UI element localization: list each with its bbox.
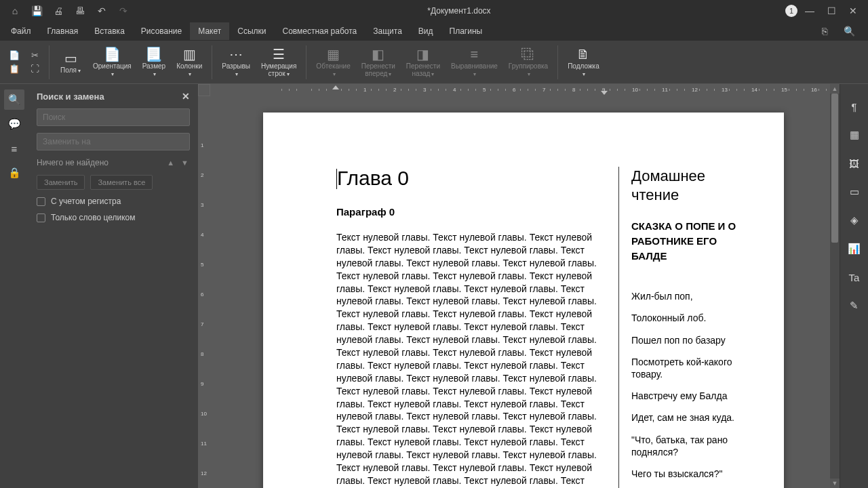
breaks-button[interactable]: ⋯Разрывы▾ [216,43,256,81]
size-icon: 📃 [145,46,162,62]
comments-rail-icon[interactable]: 💬 [4,114,24,134]
cut-icon[interactable]: ✂ [27,50,42,61]
maximize-icon[interactable]: ☐ [822,1,841,20]
menu-вставка[interactable]: Вставка [86,22,133,40]
whole-word-checkbox[interactable] [37,214,45,222]
find-rail-icon[interactable]: 🔍 [4,89,24,110]
backward-button: ◨Перенести назад▾ [401,43,446,81]
replace-button[interactable]: Заменить [37,175,85,190]
header-rail-icon[interactable]: ▭ [844,182,865,202]
results-text: Ничего не найдено [37,158,108,167]
document-area[interactable]: Глава 0 Параграф 0 Текст нулевой главы. … [210,96,840,488]
whole-word-row[interactable]: Только слово целиком [37,213,190,222]
scroll-up-icon[interactable]: ▲ [830,84,840,94]
table-rail-icon[interactable]: ▦ [844,125,865,145]
align-icon: ≡ [471,46,479,62]
titlebar: ⌂ 💾 🖨 🖶 ↶ ↷ *Документ1.docx 1 — ☐ ✕ [0,0,868,22]
close-icon[interactable]: ✕ [844,1,863,20]
scroll-thumb[interactable] [831,94,838,243]
doc-heading-1[interactable]: Глава 0 [336,167,606,190]
quickprint-icon[interactable]: 🖶 [71,1,90,20]
paste-icon[interactable]: 📋 [7,64,22,75]
menu-совместная работа[interactable]: Совместная работа [274,22,365,40]
menu-плагины[interactable]: Плагины [441,22,491,40]
scroll-down-icon[interactable]: ▼ [830,479,840,488]
breaks-icon: ⋯ [229,46,243,62]
lock-rail-icon[interactable]: 🔒 [4,163,24,183]
menu-защита[interactable]: Защита [365,22,410,40]
textart-rail-icon[interactable]: Ta [844,267,865,287]
search-input[interactable] [37,108,190,126]
poem-line[interactable]: Жил-был поп, [631,290,752,302]
margins-button[interactable]: ▭Поля▾ [54,43,87,81]
size-button[interactable]: 📃Размер▾ [137,43,171,81]
open-location-icon[interactable]: ⎘ [815,22,834,41]
poem-line[interactable]: Идет, сам не зная куда. [631,411,752,424]
menu-главная[interactable]: Главная [39,22,87,40]
headings-rail-icon[interactable]: ≡ [4,138,24,159]
poem-line[interactable]: Толоконный лоб. [631,312,752,324]
user-badge[interactable]: 1 [785,5,797,17]
prev-result-icon[interactable]: ▲ [165,157,176,168]
panel-title: Поиск и замена [37,92,104,102]
poem-line[interactable]: Пошел поп по базару [631,334,752,346]
poem-line[interactable]: Посмотреть кой-какого товару. [631,356,752,380]
doc-body-text[interactable]: Текст нулевой главы. Текст нулевой главы… [336,231,606,488]
search-icon[interactable]: 🔍 [840,22,859,41]
undo-icon[interactable]: ↶ [92,1,111,20]
margins-icon: ▭ [64,50,77,66]
page[interactable]: Глава 0 Параграф 0 Текст нулевой главы. … [263,113,784,488]
image-rail-icon[interactable]: 🖼 [844,153,865,174]
replace-input[interactable] [37,133,190,150]
menu-ссылки[interactable]: Ссылки [229,22,274,40]
select-all-icon[interactable]: ⛶ [27,64,42,75]
backward-icon: ◨ [416,46,429,62]
panel-close-icon[interactable]: ✕ [182,91,190,102]
shape-rail-icon[interactable]: ◈ [844,210,865,230]
poem-line[interactable]: Чего ты взыскался?" [631,468,752,480]
ruler-corner[interactable] [198,84,210,96]
match-case-label: С учетом регистра [51,197,121,206]
menubar: ФайлГлавнаяВставкаРисованиеМакетСсылкиСо… [0,22,868,41]
replace-all-button[interactable]: Заменить все [90,175,153,190]
match-case-row[interactable]: С учетом регистра [37,197,190,206]
side-heading-2[interactable]: СКАЗКА О ПОПЕ И О РАБОТНИКЕ ЕГО БАЛДЕ [631,219,752,263]
columns-icon: ▥ [183,46,196,62]
watermark-icon: 🗎 [576,46,590,62]
copy-icon[interactable]: 📄 [7,50,22,61]
document-title: *Документ1.docx [138,6,780,16]
save-icon[interactable]: 💾 [27,1,46,20]
vertical-ruler[interactable]: 12345678910111213141516 [198,96,210,488]
match-case-checkbox[interactable] [37,197,45,206]
align-button: ≡Выравнивание▾ [446,43,503,81]
search-panel: Поиск и замена ✕ Ничего не найдено ▲ ▼ З… [28,84,198,488]
orientation-icon: 📄 [104,46,121,62]
vertical-scrollbar[interactable]: ▲ ▼ [830,84,840,488]
poem-line[interactable]: Навстречу ему Балда [631,390,752,402]
redo-icon[interactable]: ↷ [114,1,133,20]
wrap-button: ▦Обтекание▾ [311,43,355,81]
next-result-icon[interactable]: ▼ [180,157,190,168]
menu-макет[interactable]: Макет [190,22,229,40]
forward-icon: ◧ [372,46,384,62]
whole-word-label: Только слово целиком [51,213,136,222]
group-icon: ⿻ [521,46,535,62]
menu-файл[interactable]: Файл [3,22,39,40]
menu-рисование[interactable]: Рисование [133,22,190,40]
columns-button[interactable]: ▥Колонки▾ [171,43,208,81]
group-button: ⿻Группировка▾ [503,43,553,81]
poem-line[interactable]: "Что, батька, так рано поднялся? [631,434,752,458]
minimize-icon[interactable]: — [800,1,819,20]
paragraph-rail-icon[interactable]: ¶ [844,96,865,117]
home-icon[interactable]: ⌂ [5,1,24,20]
side-heading-1[interactable]: Домашнее чтение [631,167,752,204]
horizontal-ruler[interactable]: 123456789101112131415161718 [210,84,840,96]
watermark-button[interactable]: 🗎Подложка▾ [562,43,605,81]
signature-rail-icon[interactable]: ✎ [844,296,865,316]
linenum-button[interactable]: ☰Нумерация строк▾ [256,43,302,81]
print-icon[interactable]: 🖨 [49,1,68,20]
chart-rail-icon[interactable]: 📊 [844,239,865,259]
orientation-button[interactable]: 📄Ориентация▾ [87,43,137,81]
doc-heading-2[interactable]: Параграф 0 [336,206,606,218]
menu-вид[interactable]: Вид [410,22,441,40]
